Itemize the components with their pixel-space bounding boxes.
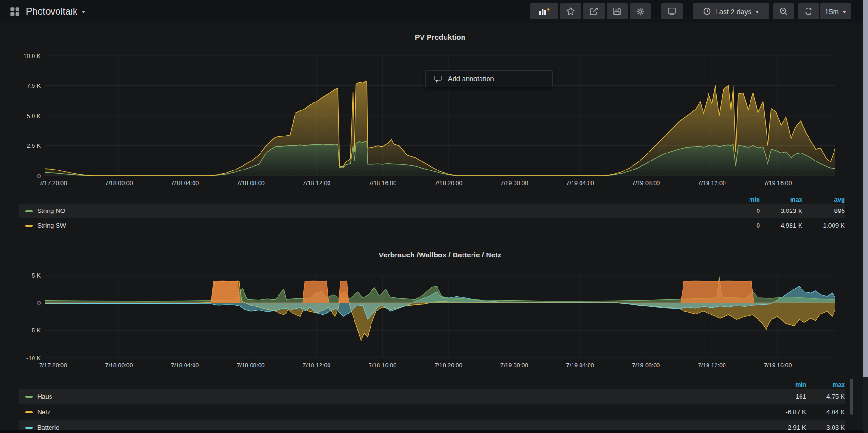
legend-stat-value: 3.023 K <box>760 207 802 214</box>
share-icon <box>589 7 598 16</box>
series-toggle-label[interactable]: Haus <box>37 393 767 400</box>
grafana-dashboard: Photovoltaik <box>0 0 868 433</box>
legend-stat-col: max <box>760 196 802 203</box>
svg-text:0: 0 <box>37 173 41 179</box>
dashboard-title: Photovoltaik <box>26 6 77 17</box>
add-annotation-menu-item[interactable]: Add annotation <box>425 70 553 87</box>
legend-stat-col: avg <box>802 196 845 203</box>
monitor-icon <box>667 7 677 16</box>
panel-title-verbrauch[interactable]: Verbrauch /Wallbox / Batterie / Netz <box>45 251 835 259</box>
chevron-down-icon <box>843 11 846 13</box>
refresh-button[interactable] <box>798 3 819 19</box>
page-scrollbar-thumb[interactable] <box>863 0 868 377</box>
refresh-icon <box>804 7 813 16</box>
dashboards-grid-icon[interactable] <box>9 3 20 19</box>
svg-text:7/18 00:00: 7/18 00:00 <box>105 180 133 187</box>
chevron-down-icon <box>82 11 85 13</box>
legend-stats-header: minmaxavg <box>19 195 845 204</box>
series-toggle-label[interactable]: String SW <box>37 222 717 229</box>
svg-text:10.0 K: 10.0 K <box>24 53 41 59</box>
chevron-down-icon <box>755 11 759 13</box>
svg-text:7/17 20:00: 7/17 20:00 <box>39 180 67 187</box>
clock-icon <box>703 7 711 16</box>
legend-row[interactable]: Netz-6.87 K4.04 K <box>19 404 845 420</box>
star-icon <box>566 7 575 16</box>
legend-stat-col: min <box>717 196 760 203</box>
svg-text:7/19 04:00: 7/19 04:00 <box>566 362 594 369</box>
svg-text:-5 K: -5 K <box>30 327 41 334</box>
series-toggle-label[interactable]: Netz <box>37 408 767 416</box>
legend-row[interactable]: Haus1614.75 K <box>19 389 845 404</box>
navbar: Photovoltaik <box>0 0 868 23</box>
time-range-picker[interactable]: Last 2 days <box>693 3 769 19</box>
svg-text:7/18 04:00: 7/18 04:00 <box>171 180 199 187</box>
svg-text:7/19 12:00: 7/19 12:00 <box>698 180 726 187</box>
add-annotation-label: Add annotation <box>448 75 494 83</box>
legend-stat-value: 0 <box>717 222 760 229</box>
svg-text:2.5 K: 2.5 K <box>27 143 41 149</box>
legend-stat-value: 4.04 K <box>806 408 845 416</box>
legend-stat-value: 1.009 K <box>802 222 845 229</box>
svg-text:7/18 20:00: 7/18 20:00 <box>434 180 462 187</box>
verbrauch-plot[interactable] <box>45 275 835 358</box>
svg-text:7/18 16:00: 7/18 16:00 <box>369 362 396 369</box>
svg-text:7/18 12:00: 7/18 12:00 <box>303 362 330 369</box>
refresh-interval-picker[interactable]: 15m <box>820 3 851 19</box>
legend-stat-col: max <box>806 381 845 388</box>
svg-text:7/18 08:00: 7/18 08:00 <box>237 362 265 369</box>
legend-stat-value: 4.75 K <box>806 393 845 400</box>
svg-text:7/19 04:00: 7/19 04:00 <box>566 180 594 187</box>
grid-icon <box>9 6 20 17</box>
svg-text:7/18 12:00: 7/18 12:00 <box>303 180 330 187</box>
svg-text:7/19 00:00: 7/19 00:00 <box>500 362 528 369</box>
share-button[interactable] <box>583 3 605 19</box>
horizontal-scrollbar[interactable] <box>0 430 863 433</box>
save-icon <box>612 7 622 16</box>
add-panel-icon <box>538 7 550 16</box>
add-panel-button[interactable] <box>530 3 558 19</box>
svg-text:7/19 16:00: 7/19 16:00 <box>764 180 792 187</box>
svg-text:7/18 04:00: 7/18 04:00 <box>171 362 199 369</box>
legend-stat-value: 895 <box>802 207 845 214</box>
svg-text:-10 K: -10 K <box>26 355 41 362</box>
series-color-swatch <box>25 396 33 398</box>
settings-button[interactable] <box>630 3 651 19</box>
tv-cycle-button[interactable] <box>661 3 683 19</box>
star-button[interactable] <box>560 3 581 19</box>
panel-title-pv-produktion[interactable]: PV Produktion <box>45 33 835 42</box>
legend-pv-produktion: minmaxavgString NO03.023 K895String SW04… <box>19 195 845 233</box>
svg-text:7/19 16:00: 7/19 16:00 <box>764 362 792 369</box>
dashboard-title-dropdown[interactable]: Photovoltaik <box>26 6 85 17</box>
svg-text:0: 0 <box>37 300 41 306</box>
legend-stat-value: 0 <box>717 207 760 214</box>
svg-text:7/18 00:00: 7/18 00:00 <box>105 362 133 369</box>
svg-text:7/19 08:00: 7/19 08:00 <box>632 180 660 187</box>
legend-stats-header: minmax <box>19 381 845 389</box>
legend-stat-value: 4.981 K <box>760 222 802 229</box>
legend-verbrauch: minmaxHaus1614.75 KNetz-6.87 K4.04 KBatt… <box>19 381 845 433</box>
svg-text:7/18 16:00: 7/18 16:00 <box>369 180 396 187</box>
refresh-interval-label: 15m <box>825 8 839 16</box>
legend-stat-value: 161 <box>767 393 806 400</box>
legend-row[interactable]: String NO03.023 K895 <box>19 204 845 218</box>
time-range-label: Last 2 days <box>715 8 751 16</box>
save-button[interactable] <box>607 3 628 19</box>
legend-scrollbar-thumb[interactable] <box>850 379 853 415</box>
svg-text:7/18 20:00: 7/18 20:00 <box>434 362 462 369</box>
svg-text:5 K: 5 K <box>32 272 41 279</box>
svg-text:7/17 20:00: 7/17 20:00 <box>39 362 67 369</box>
legend-row[interactable]: String SW04.981 K1.009 K <box>19 218 845 233</box>
svg-text:7/19 12:00: 7/19 12:00 <box>698 362 726 369</box>
svg-text:7/19 08:00: 7/19 08:00 <box>632 362 660 369</box>
svg-text:7/18 08:00: 7/18 08:00 <box>237 180 265 187</box>
series-toggle-label[interactable]: String NO <box>37 207 717 214</box>
gear-icon <box>635 7 645 17</box>
page-scrollbar[interactable] <box>863 0 868 433</box>
series-color-swatch <box>25 210 33 212</box>
series-color-swatch <box>25 411 33 413</box>
svg-text:7/19 00:00: 7/19 00:00 <box>500 180 528 187</box>
series-color-swatch <box>25 225 33 227</box>
series-color-swatch <box>25 427 33 429</box>
zoom-out-button[interactable] <box>773 3 794 19</box>
legend-stat-col: min <box>767 381 806 388</box>
